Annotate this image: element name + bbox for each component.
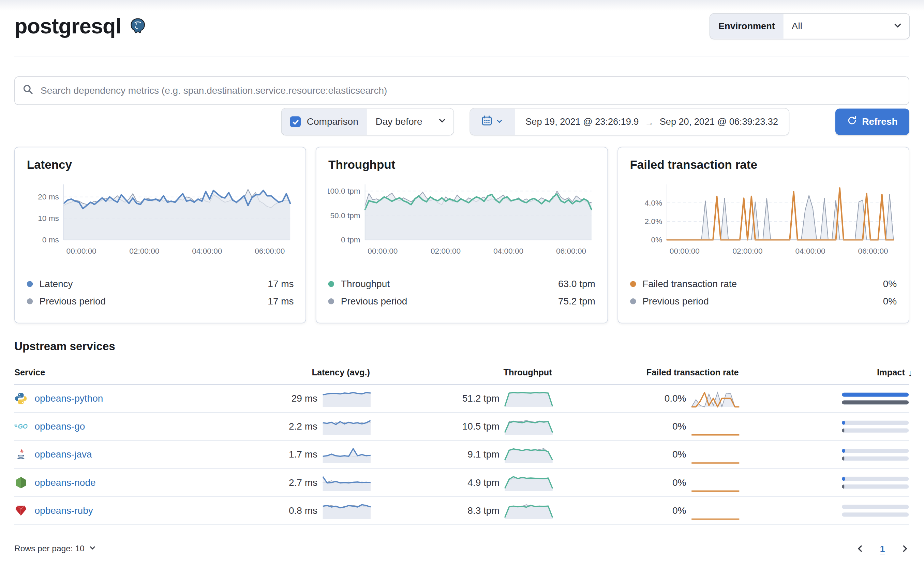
refresh-button[interactable]: Refresh — [835, 109, 909, 135]
search-bar — [14, 76, 909, 105]
legend-value: 0% — [883, 296, 897, 307]
impact-bar-previous — [842, 485, 909, 489]
column-header-throughput[interactable]: Throughput — [371, 367, 553, 377]
previous-period-series-dot — [630, 298, 636, 304]
latency-cell: 1.7 ms — [246, 445, 371, 464]
legend-row[interactable]: Failed transaction rate 0% — [630, 275, 897, 293]
svg-text:0 ms: 0 ms — [42, 235, 59, 244]
impact-bar-previous — [842, 512, 909, 517]
failed-rate-sparkline — [691, 417, 740, 436]
latency-value: 1.7 ms — [289, 449, 317, 460]
service-link[interactable]: opbeans-java — [35, 449, 92, 460]
service-link[interactable]: opbeans-node — [35, 477, 96, 488]
legend-value: 17 ms — [268, 278, 294, 289]
legend-label: Throughput — [341, 278, 390, 289]
svg-text:02:00:00: 02:00:00 — [431, 246, 461, 255]
svg-text:2.0%: 2.0% — [645, 217, 662, 226]
previous-page-button[interactable] — [856, 544, 864, 553]
python-icon — [14, 392, 28, 405]
service-link[interactable]: opbeans-go — [35, 421, 85, 432]
legend-label: Previous period — [341, 296, 408, 307]
column-header-latency[interactable]: Latency (avg.) — [246, 367, 371, 377]
service-link[interactable]: opbeans-python — [35, 393, 103, 404]
failed-rate-sparkline — [691, 501, 740, 520]
latency-sparkline — [322, 417, 371, 436]
throughput-chart: 0 tpm50.0 tpm100.0 tpm00:00:0002:00:0004… — [328, 181, 595, 257]
failed-rate-cell: 0% — [553, 501, 740, 520]
service-link[interactable]: opbeans-ruby — [35, 505, 93, 516]
page-title: postgresql — [14, 13, 121, 39]
svg-text:04:00:00: 04:00:00 — [192, 246, 222, 255]
throughput-value: 8.3 tpm — [468, 505, 499, 516]
legend-row[interactable]: Latency 17 ms — [27, 275, 294, 293]
chevron-down-icon — [89, 544, 96, 553]
table-footer: Rows per page: 10 1 — [14, 539, 909, 557]
dependency-detail-page: postgresql Environment All — [0, 0, 924, 568]
environment-select-value: All — [792, 21, 802, 32]
legend-label: Previous period — [642, 296, 709, 307]
throughput-cell: 9.1 tpm — [371, 445, 553, 464]
latency-cell: 29 ms — [246, 389, 371, 408]
legend-row[interactable]: Previous period 75.2 tpm — [328, 293, 595, 310]
throughput-value: 9.1 tpm — [468, 449, 499, 460]
throughput-sparkline — [504, 417, 553, 436]
page-number-1[interactable]: 1 — [880, 543, 885, 553]
java-icon — [14, 448, 28, 461]
column-header-impact[interactable]: Impact ↓ — [740, 367, 913, 378]
throughput-cell: 4.9 tpm — [371, 473, 553, 492]
impact-bar-current — [842, 505, 909, 509]
table-row: GO opbeans-go 2.2 ms 10.5 tpm 0% — [14, 413, 909, 441]
latency-chart: 0 ms10 ms20 ms00:00:0002:00:0004:00:0006… — [27, 181, 294, 257]
date-range-start[interactable]: Sep 19, 2021 @ 23:26:19.9 — [525, 116, 639, 127]
throughput-value: 4.9 tpm — [468, 477, 499, 488]
failed-rate-value: 0% — [672, 449, 686, 460]
throughput-value: 10.5 tpm — [462, 421, 500, 432]
failed-rate-legend: Failed transaction rate 0% Previous peri… — [630, 275, 897, 312]
upstream-services-title: Upstream services — [14, 340, 909, 353]
failed-rate-value: 0% — [672, 505, 686, 516]
throughput-cell: 8.3 tpm — [371, 501, 553, 520]
failed-rate-value: 0.0% — [664, 393, 686, 404]
failed-rate-card-title: Failed transaction rate — [630, 158, 897, 172]
next-page-button[interactable] — [900, 544, 909, 553]
search-icon — [23, 84, 34, 98]
rows-per-page-selector[interactable]: Rows per page: 10 — [14, 544, 96, 553]
impact-bar-current — [842, 421, 909, 425]
latency-cell: 0.8 ms — [246, 501, 371, 520]
header-divider — [14, 57, 909, 57]
legend-value: 17 ms — [268, 296, 294, 307]
title-wrap: postgresql — [14, 13, 146, 39]
impact-cell — [740, 477, 913, 489]
date-picker-quick-menu[interactable] — [470, 109, 514, 135]
comparison-checkbox[interactable] — [290, 116, 301, 127]
legend-row[interactable]: Throughput 63.0 tpm — [328, 275, 595, 293]
environment-select[interactable]: Environment All — [710, 14, 910, 39]
chevron-down-icon — [438, 116, 446, 127]
throughput-sparkline — [504, 501, 553, 520]
legend-row[interactable]: Previous period 0% — [630, 293, 897, 310]
column-header-failed-rate[interactable]: Failed transaction rate — [553, 367, 740, 377]
upstream-services-table: Service Latency (avg.) Throughput Failed… — [14, 360, 909, 525]
svg-text:10 ms: 10 ms — [38, 214, 59, 223]
comparison-period-select[interactable]: Day before — [367, 109, 453, 135]
svg-text:06:00:00: 06:00:00 — [556, 246, 586, 255]
throughput-legend: Throughput 63.0 tpm Previous period 75.2… — [328, 275, 595, 312]
impact-bar-previous — [842, 429, 909, 433]
impact-bar-current — [842, 393, 909, 397]
chevron-down-icon — [893, 20, 902, 32]
throughput-value: 51.2 tpm — [462, 393, 500, 404]
chevron-down-icon — [496, 116, 503, 127]
postgresql-elephant-icon — [130, 18, 146, 35]
previous-period-series-dot — [328, 298, 335, 304]
svg-text:4.0%: 4.0% — [645, 198, 662, 207]
refresh-icon — [847, 116, 856, 128]
column-header-service[interactable]: Service — [14, 367, 246, 377]
latency-value: 2.7 ms — [289, 477, 317, 488]
throughput-series-dot — [328, 281, 335, 287]
legend-row[interactable]: Previous period 17 ms — [27, 293, 294, 310]
table-row: opbeans-node 2.7 ms 4.9 tpm 0% — [14, 469, 909, 497]
legend-label: Latency — [39, 278, 73, 289]
date-range-end[interactable]: Sep 20, 2021 @ 06:39:23.32 — [660, 116, 778, 127]
failed-rate-cell: 0.0% — [553, 389, 740, 408]
search-input[interactable] — [39, 85, 907, 97]
